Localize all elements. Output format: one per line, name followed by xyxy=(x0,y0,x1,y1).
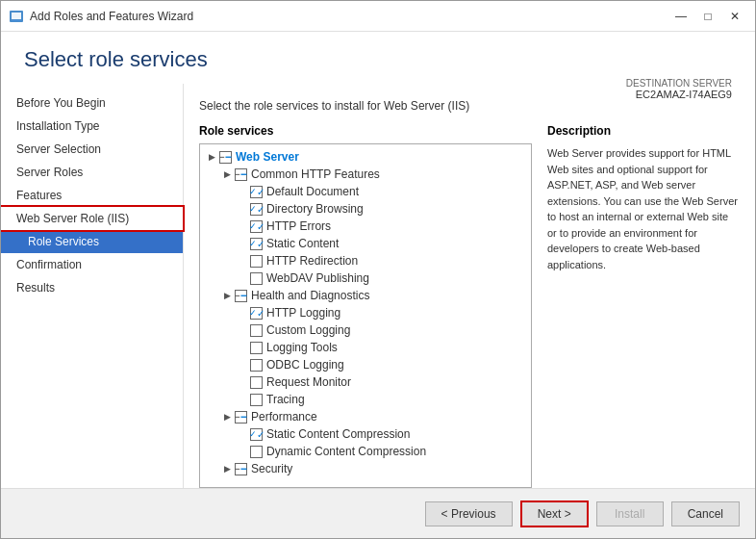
tree-item[interactable]: HTTP Redirection xyxy=(200,252,531,270)
tree-item[interactable]: Logging Tools xyxy=(200,339,531,356)
wizard-window: Add Roles and Features Wizard — □ ✕ Sele… xyxy=(0,0,756,539)
destination-value: EC2AMAZ-I74AEG9 xyxy=(626,89,732,100)
tree-item[interactable]: ✓Static Content xyxy=(200,235,531,252)
instruction-text: Select the role services to install for … xyxy=(199,99,740,113)
tree-expander xyxy=(235,253,250,269)
role-services-header: Role services xyxy=(199,124,532,143)
svg-rect-1 xyxy=(12,13,21,19)
app-icon xyxy=(9,9,24,24)
sidebar-item-role-services[interactable]: Role Services xyxy=(1,230,183,253)
next-button[interactable]: Next > xyxy=(520,500,589,527)
main-content: Before You BeginInstallation TypeServer … xyxy=(1,84,755,488)
tree-checkbox[interactable] xyxy=(250,272,263,285)
tree-checkbox[interactable]: ✓ xyxy=(250,186,263,198)
tree-label: Static Content xyxy=(266,237,339,250)
tree-checkbox[interactable] xyxy=(250,324,263,337)
tree-label: Health and Diagnostics xyxy=(251,289,369,302)
tree-checkbox[interactable]: − xyxy=(235,463,247,475)
tree-item[interactable]: ▶−Performance xyxy=(200,408,531,425)
previous-button[interactable]: < Previous xyxy=(425,501,513,526)
sidebar-item-web-server-role[interactable]: Web Server Role (IIS) xyxy=(1,207,183,230)
tree-label: Performance xyxy=(251,410,317,424)
tree-item[interactable]: ✓Directory Browsing xyxy=(200,200,531,218)
tree-item[interactable]: Tracing xyxy=(200,391,531,408)
tree-panel[interactable]: ▶−Web Server▶−Common HTTP Features ✓Defa… xyxy=(199,143,532,488)
tree-item[interactable]: Custom Logging xyxy=(200,321,531,339)
tree-label: Custom Logging xyxy=(266,323,350,337)
tree-expander[interactable]: ▶ xyxy=(204,149,219,165)
page-title: Select role services xyxy=(24,47,732,72)
install-button[interactable]: Install xyxy=(596,501,664,526)
tree-checkbox[interactable]: − xyxy=(235,168,247,181)
tree-label: WebDAV Publishing xyxy=(266,271,369,285)
tree-label: Directory Browsing xyxy=(266,202,364,216)
tree-checkbox[interactable] xyxy=(250,359,263,372)
tree-item[interactable]: ✓HTTP Errors xyxy=(200,218,531,235)
svg-rect-2 xyxy=(12,20,21,21)
tree-checkbox[interactable] xyxy=(250,255,263,268)
tree-label: HTTP Errors xyxy=(266,219,331,233)
tree-item[interactable]: ▶−Common HTTP Features xyxy=(200,166,531,183)
tree-checkbox[interactable]: ✓ xyxy=(250,307,263,320)
tree-expander xyxy=(235,322,250,338)
role-services-container: Role services ▶−Web Server▶−Common HTTP … xyxy=(199,124,740,488)
tree-label: Default Document xyxy=(266,185,359,198)
sidebar-item-installation-type[interactable]: Installation Type xyxy=(1,115,183,138)
tree-expander[interactable]: ▶ xyxy=(219,167,235,182)
tree-item[interactable]: ODBC Logging xyxy=(200,356,531,373)
destination-label: DESTINATION SERVER xyxy=(626,78,732,89)
tree-expander xyxy=(235,270,250,286)
tree-item[interactable]: Dynamic Content Compression xyxy=(200,443,531,460)
tree-label: ODBC Logging xyxy=(266,358,344,372)
sidebar-item-results[interactable]: Results xyxy=(1,276,183,299)
tree-item[interactable]: ✓HTTP Logging xyxy=(200,304,531,321)
tree-label: Dynamic Content Compression xyxy=(266,445,426,458)
description-header: Description xyxy=(547,124,740,138)
tree-checkbox[interactable] xyxy=(250,446,263,458)
description-text: Web Server provides support for HTML Web… xyxy=(547,145,740,272)
tree-expander xyxy=(235,357,250,372)
description-panel: Description Web Server provides support … xyxy=(547,124,740,488)
tree-checkbox[interactable]: − xyxy=(219,151,232,164)
tree-item[interactable]: WebDAV Publishing xyxy=(200,270,531,287)
page-header: Select role services DESTINATION SERVER … xyxy=(1,32,755,84)
tree-label: HTTP Logging xyxy=(266,306,340,320)
tree-expander xyxy=(235,444,250,459)
sidebar-item-features[interactable]: Features xyxy=(1,184,183,207)
tree-checkbox[interactable] xyxy=(250,376,263,389)
sidebar-item-before-you-begin[interactable]: Before You Begin xyxy=(1,91,183,115)
tree-expander xyxy=(235,374,250,390)
tree-checkbox[interactable]: − xyxy=(235,411,247,424)
tree-item[interactable]: ✓Default Document xyxy=(200,183,531,200)
tree-item[interactable]: ✓Static Content Compression xyxy=(200,425,531,443)
tree-item[interactable]: ▶−Health and Diagnostics xyxy=(200,287,531,304)
footer: < Previous Next > Install Cancel xyxy=(1,488,755,538)
minimize-button[interactable]: — xyxy=(668,7,693,26)
tree-label: Logging Tools xyxy=(266,341,338,354)
tree-expander[interactable]: ▶ xyxy=(219,288,235,303)
tree-label: HTTP Redirection xyxy=(266,254,358,268)
tree-expander[interactable]: ▶ xyxy=(219,409,235,424)
maximize-button[interactable]: □ xyxy=(695,7,720,26)
tree-checkbox[interactable] xyxy=(250,394,263,406)
sidebar-item-confirmation[interactable]: Confirmation xyxy=(1,253,183,276)
tree-label: Tracing xyxy=(266,393,305,406)
tree-expander xyxy=(235,392,250,407)
tree-checkbox[interactable]: ✓ xyxy=(250,238,263,250)
sidebar-item-server-roles[interactable]: Server Roles xyxy=(1,161,183,184)
tree-expander[interactable]: ▶ xyxy=(219,461,235,476)
tree-item[interactable]: Request Monitor xyxy=(200,373,531,391)
tree-checkbox[interactable]: − xyxy=(235,290,247,302)
tree-item[interactable]: ▶−Security xyxy=(200,460,531,477)
tree-checkbox[interactable] xyxy=(250,342,263,354)
cancel-button[interactable]: Cancel xyxy=(671,501,740,526)
tree-item[interactable]: ▶−Web Server xyxy=(200,148,531,166)
tree-checkbox[interactable]: ✓ xyxy=(250,428,263,441)
tree-checkbox[interactable]: ✓ xyxy=(250,203,263,216)
close-button[interactable]: ✕ xyxy=(722,7,747,26)
sidebar-item-server-selection[interactable]: Server Selection xyxy=(1,138,183,161)
title-bar: Add Roles and Features Wizard — □ ✕ xyxy=(1,1,755,32)
tree-label: Request Monitor xyxy=(266,375,351,389)
sidebar: Before You BeginInstallation TypeServer … xyxy=(1,84,184,488)
tree-checkbox[interactable]: ✓ xyxy=(250,220,263,233)
